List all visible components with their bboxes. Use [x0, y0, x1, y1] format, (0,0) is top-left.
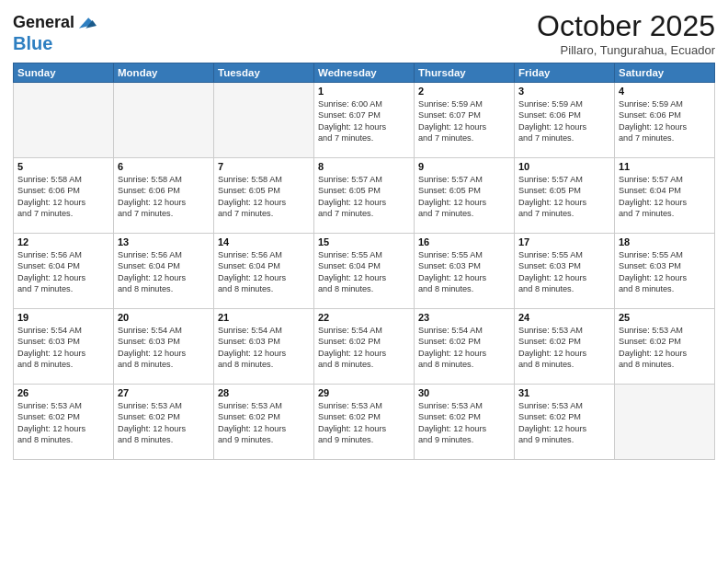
day-number: 2 — [418, 86, 510, 97]
col-monday: Monday — [114, 63, 214, 83]
logo-icon — [76, 13, 97, 33]
calendar-cell: 5Sunrise: 5:58 AM Sunset: 6:06 PM Daylig… — [14, 158, 114, 234]
day-number: 5 — [17, 161, 109, 172]
calendar-cell: 4Sunrise: 5:59 AM Sunset: 6:06 PM Daylig… — [615, 83, 715, 158]
calendar-cell: 20Sunrise: 5:54 AM Sunset: 6:03 PM Dayli… — [114, 309, 214, 385]
calendar-cell: 16Sunrise: 5:55 AM Sunset: 6:03 PM Dayli… — [415, 234, 515, 309]
day-number: 3 — [518, 86, 610, 97]
day-info: Sunrise: 5:53 AM Sunset: 6:02 PM Dayligh… — [318, 400, 410, 446]
day-number: 27 — [118, 387, 210, 398]
day-info: Sunrise: 5:55 AM Sunset: 6:03 PM Dayligh… — [518, 249, 610, 295]
day-number: 24 — [518, 312, 610, 323]
calendar-header: Sunday Monday Tuesday Wednesday Thursday… — [14, 63, 715, 83]
day-info: Sunrise: 5:54 AM Sunset: 6:03 PM Dayligh… — [118, 325, 210, 371]
calendar-cell: 18Sunrise: 5:55 AM Sunset: 6:03 PM Dayli… — [615, 234, 715, 309]
day-info: Sunrise: 5:54 AM Sunset: 6:03 PM Dayligh… — [218, 325, 310, 371]
day-info: Sunrise: 5:53 AM Sunset: 6:02 PM Dayligh… — [518, 325, 610, 371]
col-friday: Friday — [515, 63, 615, 83]
day-number: 6 — [118, 161, 210, 172]
day-number: 12 — [17, 236, 109, 247]
day-info: Sunrise: 5:58 AM Sunset: 6:06 PM Dayligh… — [17, 174, 109, 220]
day-info: Sunrise: 5:54 AM Sunset: 6:02 PM Dayligh… — [418, 325, 510, 371]
col-sunday: Sunday — [14, 63, 114, 83]
calendar-week-3: 12Sunrise: 5:56 AM Sunset: 6:04 PM Dayli… — [14, 234, 715, 309]
calendar-cell — [615, 385, 715, 460]
calendar-cell: 9Sunrise: 5:57 AM Sunset: 6:05 PM Daylig… — [415, 158, 515, 234]
calendar-cell: 14Sunrise: 5:56 AM Sunset: 6:04 PM Dayli… — [214, 234, 314, 309]
calendar-body: 1Sunrise: 6:00 AM Sunset: 6:07 PM Daylig… — [14, 83, 715, 460]
day-info: Sunrise: 5:56 AM Sunset: 6:04 PM Dayligh… — [118, 249, 210, 295]
day-number: 1 — [318, 86, 410, 97]
calendar-week-4: 19Sunrise: 5:54 AM Sunset: 6:03 PM Dayli… — [14, 309, 715, 385]
month-title: October 2025 — [537, 9, 715, 43]
day-number: 17 — [518, 236, 610, 247]
day-number: 15 — [318, 236, 410, 247]
day-number: 31 — [518, 387, 610, 398]
calendar-cell: 17Sunrise: 5:55 AM Sunset: 6:03 PM Dayli… — [515, 234, 615, 309]
calendar-week-5: 26Sunrise: 5:53 AM Sunset: 6:02 PM Dayli… — [14, 385, 715, 460]
calendar-cell: 26Sunrise: 5:53 AM Sunset: 6:02 PM Dayli… — [14, 385, 114, 460]
col-thursday: Thursday — [415, 63, 515, 83]
calendar-week-1: 1Sunrise: 6:00 AM Sunset: 6:07 PM Daylig… — [14, 83, 715, 158]
day-info: Sunrise: 5:58 AM Sunset: 6:06 PM Dayligh… — [118, 174, 210, 220]
calendar-cell — [214, 83, 314, 158]
day-info: Sunrise: 5:54 AM Sunset: 6:03 PM Dayligh… — [17, 325, 109, 371]
calendar-cell: 31Sunrise: 5:53 AM Sunset: 6:02 PM Dayli… — [515, 385, 615, 460]
day-number: 14 — [218, 236, 310, 247]
logo: General Blue — [13, 13, 97, 53]
calendar-cell: 24Sunrise: 5:53 AM Sunset: 6:02 PM Dayli… — [515, 309, 615, 385]
day-number: 29 — [318, 387, 410, 398]
day-info: Sunrise: 5:55 AM Sunset: 6:04 PM Dayligh… — [318, 249, 410, 295]
day-info: Sunrise: 5:59 AM Sunset: 6:06 PM Dayligh… — [619, 98, 711, 144]
calendar-cell: 15Sunrise: 5:55 AM Sunset: 6:04 PM Dayli… — [314, 234, 415, 309]
calendar-cell: 2Sunrise: 5:59 AM Sunset: 6:07 PM Daylig… — [415, 83, 515, 158]
day-number: 11 — [619, 161, 711, 172]
day-number: 30 — [418, 387, 510, 398]
calendar-cell: 28Sunrise: 5:53 AM Sunset: 6:02 PM Dayli… — [214, 385, 314, 460]
day-number: 22 — [318, 312, 410, 323]
day-number: 21 — [218, 312, 310, 323]
col-tuesday: Tuesday — [214, 63, 314, 83]
calendar-cell: 7Sunrise: 5:58 AM Sunset: 6:05 PM Daylig… — [214, 158, 314, 234]
day-number: 9 — [418, 161, 510, 172]
calendar-cell — [14, 83, 114, 158]
day-info: Sunrise: 5:53 AM Sunset: 6:02 PM Dayligh… — [418, 400, 510, 446]
calendar-cell: 12Sunrise: 5:56 AM Sunset: 6:04 PM Dayli… — [14, 234, 114, 309]
day-info: Sunrise: 5:57 AM Sunset: 6:04 PM Dayligh… — [619, 174, 711, 220]
calendar-cell: 23Sunrise: 5:54 AM Sunset: 6:02 PM Dayli… — [415, 309, 515, 385]
calendar: Sunday Monday Tuesday Wednesday Thursday… — [13, 63, 715, 460]
calendar-cell: 19Sunrise: 5:54 AM Sunset: 6:03 PM Dayli… — [14, 309, 114, 385]
calendar-cell: 22Sunrise: 5:54 AM Sunset: 6:02 PM Dayli… — [314, 309, 415, 385]
calendar-cell: 25Sunrise: 5:53 AM Sunset: 6:02 PM Dayli… — [615, 309, 715, 385]
day-number: 4 — [619, 86, 711, 97]
day-info: Sunrise: 5:53 AM Sunset: 6:02 PM Dayligh… — [518, 400, 610, 446]
title-block: October 2025 Pillaro, Tungurahua, Ecuado… — [537, 9, 715, 57]
calendar-cell: 27Sunrise: 5:53 AM Sunset: 6:02 PM Dayli… — [114, 385, 214, 460]
day-info: Sunrise: 5:56 AM Sunset: 6:04 PM Dayligh… — [17, 249, 109, 295]
col-wednesday: Wednesday — [314, 63, 415, 83]
day-number: 23 — [418, 312, 510, 323]
day-info: Sunrise: 5:55 AM Sunset: 6:03 PM Dayligh… — [619, 249, 711, 295]
calendar-cell — [114, 83, 214, 158]
day-info: Sunrise: 5:54 AM Sunset: 6:02 PM Dayligh… — [318, 325, 410, 371]
day-number: 18 — [619, 236, 711, 247]
day-number: 20 — [118, 312, 210, 323]
day-info: Sunrise: 5:59 AM Sunset: 6:06 PM Dayligh… — [518, 98, 610, 144]
col-saturday: Saturday — [615, 63, 715, 83]
day-info: Sunrise: 5:53 AM Sunset: 6:02 PM Dayligh… — [218, 400, 310, 446]
day-number: 13 — [118, 236, 210, 247]
day-number: 26 — [17, 387, 109, 398]
calendar-week-2: 5Sunrise: 5:58 AM Sunset: 6:06 PM Daylig… — [14, 158, 715, 234]
day-number: 16 — [418, 236, 510, 247]
day-info: Sunrise: 6:00 AM Sunset: 6:07 PM Dayligh… — [318, 98, 410, 144]
calendar-cell: 6Sunrise: 5:58 AM Sunset: 6:06 PM Daylig… — [114, 158, 214, 234]
day-info: Sunrise: 5:59 AM Sunset: 6:07 PM Dayligh… — [418, 98, 510, 144]
calendar-cell: 3Sunrise: 5:59 AM Sunset: 6:06 PM Daylig… — [515, 83, 615, 158]
calendar-cell: 21Sunrise: 5:54 AM Sunset: 6:03 PM Dayli… — [214, 309, 314, 385]
calendar-cell: 8Sunrise: 5:57 AM Sunset: 6:05 PM Daylig… — [314, 158, 415, 234]
calendar-cell: 30Sunrise: 5:53 AM Sunset: 6:02 PM Dayli… — [415, 385, 515, 460]
day-info: Sunrise: 5:53 AM Sunset: 6:02 PM Dayligh… — [17, 400, 109, 446]
day-info: Sunrise: 5:57 AM Sunset: 6:05 PM Dayligh… — [418, 174, 510, 220]
day-info: Sunrise: 5:57 AM Sunset: 6:05 PM Dayligh… — [518, 174, 610, 220]
calendar-cell: 10Sunrise: 5:57 AM Sunset: 6:05 PM Dayli… — [515, 158, 615, 234]
